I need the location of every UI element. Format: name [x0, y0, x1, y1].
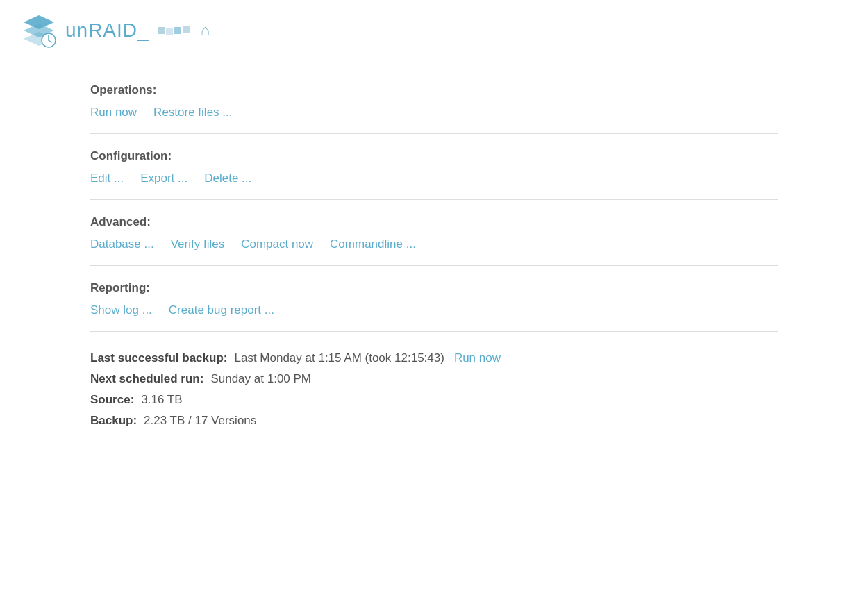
- run-now-inline-button[interactable]: Run now: [454, 351, 501, 365]
- home-icon[interactable]: ⌂: [201, 22, 210, 40]
- app-title: unRAID_: [65, 19, 149, 42]
- source-label: Source:: [90, 393, 134, 407]
- link-restore-files[interactable]: Restore files ...: [153, 106, 232, 119]
- section-label-operations: Operations:: [90, 83, 778, 97]
- main-content: Operations:Run nowRestore files ...Confi…: [0, 61, 868, 462]
- link-database[interactable]: Database ...: [90, 237, 154, 251]
- next-run-label: Next scheduled run:: [90, 372, 203, 386]
- source-value: 3.16 TB: [141, 393, 182, 407]
- backup-row: Backup: 2.23 TB / 17 Versions: [90, 414, 778, 428]
- section-configuration: Configuration:Edit ...Export ...Delete .…: [90, 134, 778, 200]
- last-backup-label: Last successful backup:: [90, 351, 227, 365]
- section-links-advanced: Database ...Verify filesCompact nowComma…: [90, 237, 778, 251]
- link-show-log[interactable]: Show log ...: [90, 303, 152, 317]
- sections-container: Operations:Run nowRestore files ...Confi…: [90, 68, 778, 332]
- backup-value: 2.23 TB / 17 Versions: [144, 414, 256, 428]
- section-links-configuration: Edit ...Export ...Delete ...: [90, 171, 778, 185]
- section-label-reporting: Reporting:: [90, 281, 778, 295]
- info-section: Last successful backup: Last Monday at 1…: [90, 332, 778, 428]
- section-advanced: Advanced:Database ...Verify filesCompact…: [90, 200, 778, 266]
- last-backup-value: Last Monday at 1:15 AM (took 12:15:43): [234, 351, 444, 365]
- link-edit[interactable]: Edit ...: [90, 171, 124, 185]
- link-verify-files[interactable]: Verify files: [171, 237, 224, 251]
- last-backup-row: Last successful backup: Last Monday at 1…: [90, 351, 778, 365]
- link-create-bug-report[interactable]: Create bug report ...: [169, 303, 274, 317]
- section-label-advanced: Advanced:: [90, 215, 778, 229]
- section-links-operations: Run nowRestore files ...: [90, 106, 778, 119]
- section-operations: Operations:Run nowRestore files ...: [90, 68, 778, 134]
- header: unRAID_ ⌂: [0, 0, 868, 61]
- backup-label: Backup:: [90, 414, 137, 428]
- app-logo: [21, 12, 57, 49]
- link-compact-now[interactable]: Compact now: [241, 237, 313, 251]
- link-commandline[interactable]: Commandline ...: [330, 237, 416, 251]
- link-export[interactable]: Export ...: [140, 171, 187, 185]
- next-run-value: Sunday at 1:00 PM: [210, 372, 311, 386]
- section-label-configuration: Configuration:: [90, 149, 778, 163]
- next-run-row: Next scheduled run: Sunday at 1:00 PM: [90, 372, 778, 386]
- section-reporting: Reporting:Show log ...Create bug report …: [90, 266, 778, 332]
- link-delete[interactable]: Delete ...: [204, 171, 251, 185]
- source-row: Source: 3.16 TB: [90, 393, 778, 407]
- link-run-now[interactable]: Run now: [90, 106, 137, 119]
- title-redacted: [158, 26, 190, 35]
- section-links-reporting: Show log ...Create bug report ...: [90, 303, 778, 317]
